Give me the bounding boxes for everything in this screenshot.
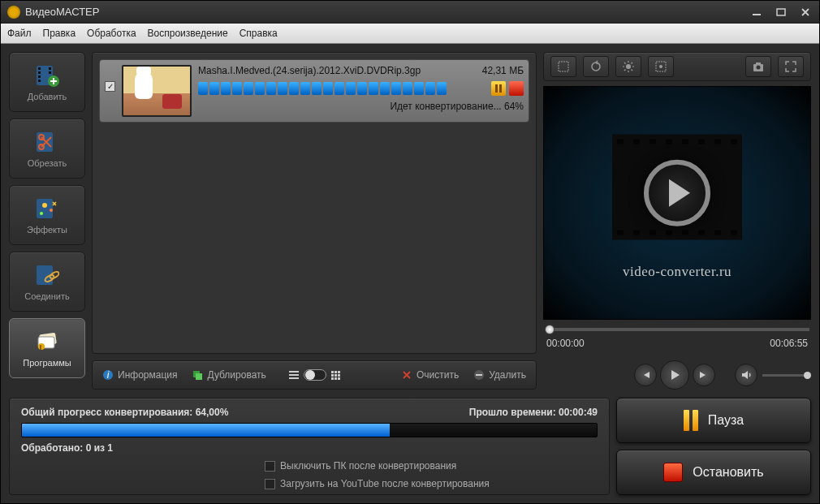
stop-icon [663,463,683,482]
effects-tool-icon[interactable] [648,56,674,77]
rotate-tool-icon[interactable] [583,56,609,77]
link-icon [32,262,62,288]
svg-text:i: i [107,369,110,381]
tool-join[interactable]: Соединить [9,252,85,312]
tool-cut-label: Обрезать [28,158,67,168]
play-button[interactable] [660,360,689,390]
svg-point-34 [659,65,662,68]
minus-icon [473,369,485,381]
maximize-button[interactable] [774,6,788,18]
svg-rect-0 [753,14,761,15]
menu-help[interactable]: Справка [240,28,278,39]
film-add-icon [32,62,62,88]
svg-point-16 [40,212,43,215]
processed-count: Обработано: 0 из 1 [21,442,598,454]
tool-add[interactable]: Добавить [9,52,85,112]
delete-button[interactable]: Удалить [473,369,526,381]
brightness-tool-icon[interactable] [615,56,641,77]
play-icon [644,160,710,226]
file-pause-button[interactable] [491,81,506,96]
file-name: Masha.I.Medved.(24.serija).2012.XviD.DVD… [198,65,421,76]
sparkle-icon [32,196,62,222]
tool-programs[interactable]: Программы [9,318,85,378]
menu-process[interactable]: Обработка [87,28,136,39]
brand-text: video-converter.ru [623,264,732,280]
list-toolbar: iИнформация Дублировать Очистить Удалить [92,360,537,390]
tool-cut[interactable]: Обрезать [9,118,85,179]
time-total: 00:06:55 [770,338,808,349]
titlebar: ВидеоМАСТЕР [1,1,819,24]
view-toggle[interactable] [289,369,340,381]
grid-view-icon [331,371,340,380]
pause-label: Пауза [708,413,744,428]
overall-progress-label: Общий прогресс конвертирования: 64,00% [21,407,228,418]
playback-controls [543,360,811,390]
svg-point-37 [757,66,761,70]
file-item[interactable]: Masha.I.Medved.(24.serija).2012.XviD.DVD… [99,59,529,123]
time-current: 00:00:00 [546,338,585,349]
overall-progress-bar [21,423,598,437]
close-button[interactable] [798,6,813,18]
svg-point-31 [592,62,600,71]
duplicate-button[interactable]: Дублировать [192,369,265,381]
menubar: Файл Правка Обработка Воспроизведение Сп… [1,24,819,44]
menu-edit[interactable]: Правка [43,28,76,39]
tool-add-label: Добавить [28,92,67,101]
tool-join-label: Соединить [24,291,70,301]
tool-effects-label: Эффекты [27,225,67,235]
svg-point-32 [626,64,631,69]
clear-label: Очистить [416,369,459,381]
svg-rect-29 [476,374,482,376]
seek-slider[interactable] [545,328,809,331]
action-panel: Пауза Остановить [616,398,811,495]
svg-point-15 [50,209,53,212]
next-button[interactable] [693,364,715,386]
info-icon: i [102,369,114,381]
stop-button[interactable]: Остановить [616,450,811,495]
file-stop-button[interactable] [509,81,524,96]
minimize-button[interactable] [749,6,764,18]
snapshot-tool-icon[interactable] [745,56,771,77]
shutdown-checkbox[interactable] [265,461,275,472]
svg-rect-36 [756,62,761,65]
shutdown-label: Выключить ПК после конвертирования [280,460,456,472]
file-list: Masha.I.Medved.(24.serija).2012.XviD.DVD… [92,52,537,354]
crop-tool-icon[interactable] [550,56,576,77]
volume-slider[interactable] [762,374,811,377]
info-label: Информация [118,369,177,381]
programs-icon [32,329,62,355]
svg-point-14 [42,203,47,208]
svg-rect-27 [196,373,202,380]
svg-rect-30 [559,62,568,71]
fullscreen-tool-icon[interactable] [778,56,804,77]
file-thumbnail [122,65,192,117]
video-preview[interactable]: video-converter.ru [543,86,811,320]
svg-rect-4 [38,71,41,74]
svg-rect-5 [38,75,41,78]
svg-rect-3 [38,67,41,70]
info-button[interactable]: iИнформация [102,369,177,381]
svg-rect-1 [777,9,785,15]
clear-button[interactable]: Очистить [401,369,459,381]
tool-effects[interactable]: Эффекты [9,185,85,245]
toggle-switch[interactable] [304,369,326,381]
scissors-icon [32,129,62,155]
youtube-checkbox[interactable] [265,479,275,489]
delete-label: Удалить [489,369,526,381]
volume-button[interactable] [735,364,757,386]
file-checkbox[interactable] [105,81,115,92]
svg-rect-7 [49,67,51,70]
tool-sidebar: Добавить Обрезать Эффекты Соединить Прог… [9,52,85,390]
svg-rect-13 [37,199,53,218]
duplicate-label: Дублировать [207,369,265,381]
tool-programs-label: Программы [23,358,71,368]
svg-rect-6 [38,80,41,82]
elapsed-time: Прошло времени: 00:00:49 [469,407,598,418]
youtube-label: Загрузить на YouTube после конвертирован… [280,478,490,489]
pause-button[interactable]: Пауза [616,398,811,443]
preview-panel: video-converter.ru 00:00:00 00:06:55 [543,52,811,390]
menu-playback[interactable]: Воспроизведение [148,28,228,39]
prev-button[interactable] [634,364,657,386]
pause-icon [684,410,698,431]
menu-file[interactable]: Файл [7,28,32,39]
